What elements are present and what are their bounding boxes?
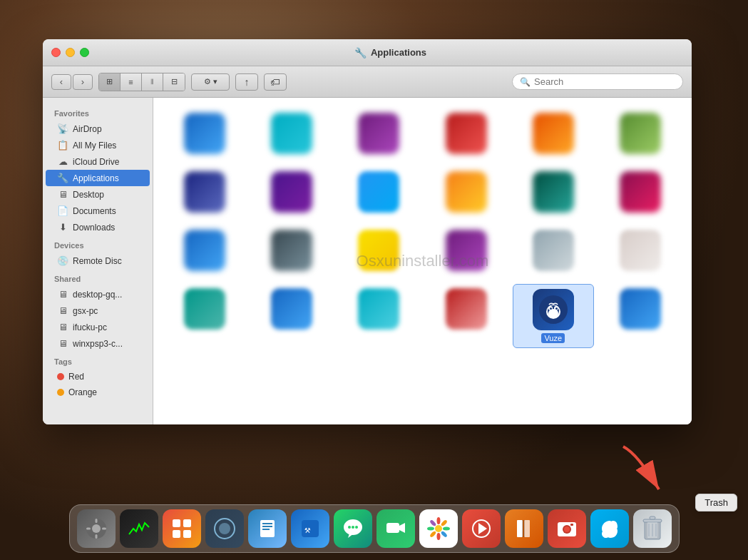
sidebar-item-all-my-files[interactable]: 📋 All My Files — [46, 137, 150, 153]
app-item[interactable] — [164, 284, 245, 348]
sidebar-item-label: Documents — [73, 206, 116, 216]
share-button[interactable]: ↑ — [235, 73, 258, 91]
search-input[interactable] — [534, 76, 675, 87]
dock-item-preview[interactable] — [248, 509, 287, 548]
app-item[interactable] — [600, 284, 681, 348]
sidebar-item-tag-red[interactable]: Red — [46, 369, 150, 385]
sidebar-item-icloud-drive[interactable]: ☁ iCloud Drive — [46, 153, 150, 170]
app-item[interactable] — [425, 225, 506, 278]
app-item[interactable] — [338, 167, 419, 220]
activity-monitor-icon — [120, 509, 158, 548]
dock-item-messages[interactable] — [334, 509, 372, 548]
svg-text:⚒: ⚒ — [304, 524, 311, 535]
svg-rect-55 — [650, 516, 655, 519]
search-bar[interactable]: 🔍 — [512, 73, 683, 90]
app-item[interactable] — [513, 167, 594, 220]
minimize-button[interactable] — [66, 48, 75, 57]
forward-button[interactable]: › — [73, 74, 93, 90]
search-icon: 🔍 — [520, 77, 531, 87]
vuze-app-label: Vuze — [541, 333, 565, 343]
app-item[interactable] — [600, 108, 681, 161]
svg-rect-52 — [570, 524, 573, 526]
app-item[interactable] — [600, 167, 681, 220]
sidebar-item-winxpsp3[interactable]: 🖥 winxpsp3-c... — [46, 335, 150, 352]
trash-tooltip-label: Trash — [705, 497, 728, 508]
dock-item-skype[interactable] — [590, 509, 629, 548]
sidebar-item-applications[interactable]: 🔧 Applications — [46, 170, 150, 186]
svg-point-40 — [429, 530, 436, 538]
sidebar-item-airdrop[interactable]: 📡 AirDrop — [46, 121, 150, 137]
app-icon — [620, 230, 661, 271]
sidebar-item-gsx-pc[interactable]: 🖥 gsx-pc — [46, 302, 150, 319]
sidebar-item-label: gsx-pc — [73, 306, 98, 316]
sidebar-item-label: ifucku-pc — [73, 322, 107, 332]
sidebar-item-label: Applications — [73, 173, 119, 183]
dock-item-photobooth[interactable] — [548, 509, 586, 548]
sidebar-item-documents[interactable]: 📄 Documents — [46, 203, 150, 219]
app-item[interactable] — [425, 108, 506, 161]
sidebar-item-label: AirDrop — [73, 124, 102, 134]
app-item[interactable] — [513, 225, 594, 278]
back-button[interactable]: ‹ — [51, 74, 71, 90]
gear-icon: ⚙ — [204, 77, 211, 86]
app-icon — [620, 113, 661, 154]
app-item[interactable] — [513, 108, 594, 161]
arrange-button[interactable]: ⚙ ▾ — [191, 73, 230, 91]
sidebar-item-desktop[interactable]: 🖥 Desktop — [46, 186, 150, 203]
dock-item-facetime[interactable] — [376, 509, 415, 548]
dock-item-activity-monitor[interactable] — [120, 509, 158, 548]
svg-point-37 — [443, 527, 450, 531]
sidebar-item-downloads[interactable]: ⬇ Downloads — [46, 219, 150, 235]
app-icon — [620, 288, 661, 330]
sidebar-item-tag-orange[interactable]: Orange — [46, 385, 150, 400]
app-item[interactable] — [338, 225, 419, 278]
icon-view-button[interactable]: ⊞ — [99, 73, 121, 91]
messages-icon — [334, 509, 372, 548]
svg-rect-23 — [262, 526, 272, 527]
devices-section-title: Devices — [43, 235, 153, 253]
app-item[interactable] — [251, 108, 332, 161]
sidebar-item-desktop-gq[interactable]: 🖥 desktop-gq... — [46, 286, 150, 302]
app-icon — [184, 288, 225, 330]
app-icon — [271, 230, 312, 271]
app-item[interactable] — [164, 108, 245, 161]
app-item-vuze[interactable]: Vuze — [513, 284, 594, 348]
app-item[interactable] — [338, 284, 419, 348]
trash-icon — [633, 509, 672, 548]
app-icon — [533, 230, 574, 271]
svg-rect-54 — [643, 519, 662, 522]
app-item[interactable] — [251, 225, 332, 278]
list-view-button[interactable]: ≡ — [121, 73, 142, 91]
app-item[interactable] — [425, 167, 506, 220]
dock-item-trash[interactable] — [633, 509, 672, 548]
app-item[interactable] — [338, 108, 419, 161]
dock-item-ibooks[interactable] — [505, 509, 543, 548]
cover-view-button[interactable]: ⊟ — [163, 73, 185, 91]
ibooks-icon — [505, 509, 543, 548]
app-item[interactable] — [425, 284, 506, 348]
app-item[interactable] — [600, 225, 681, 278]
airdrop-icon: 📡 — [57, 123, 68, 134]
sidebar-item-ifucku-pc[interactable]: 🖥 ifucku-pc — [46, 319, 150, 335]
file-grid: Osxuninstaller.com — [153, 98, 692, 424]
app-item[interactable] — [251, 167, 332, 220]
app-item[interactable] — [251, 284, 332, 348]
nav-buttons: ‹ › — [51, 74, 93, 90]
column-view-button[interactable]: ⫴ — [142, 73, 163, 91]
dock-item-system-prefs[interactable] — [77, 509, 116, 548]
tag-button[interactable]: 🏷 — [264, 73, 287, 91]
quicksilver-icon — [205, 509, 244, 548]
photobooth-icon — [548, 509, 586, 548]
applications-icon: 🔧 — [57, 173, 68, 183]
app-item[interactable] — [164, 225, 245, 278]
maximize-button[interactable] — [80, 48, 89, 57]
close-button[interactable] — [51, 48, 61, 57]
dock-item-quicksilver[interactable] — [205, 509, 244, 548]
sidebar-item-remote-disc[interactable]: 💿 Remote Disc — [46, 253, 150, 269]
dock-item-photos[interactable] — [419, 509, 458, 548]
app-item[interactable] — [164, 167, 245, 220]
shared-section-title: Shared — [43, 269, 153, 286]
dock-item-itunes[interactable] — [462, 509, 501, 548]
dock-item-xcode[interactable]: ⚒ — [291, 509, 329, 548]
dock-item-mosaic[interactable] — [163, 509, 201, 548]
